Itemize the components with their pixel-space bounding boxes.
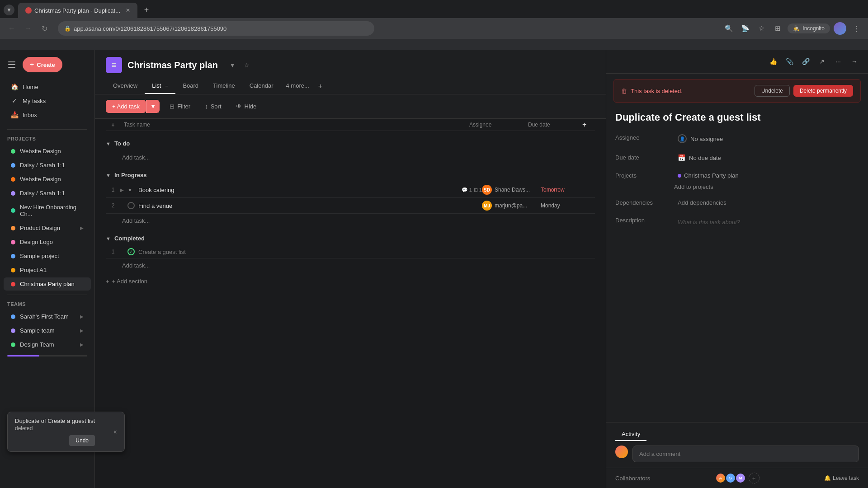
undelete-btn[interactable]: Undelete xyxy=(755,85,790,97)
sidebar-project-website-design[interactable]: Website Design xyxy=(4,145,91,158)
plus-icon: + xyxy=(106,278,109,285)
description-field-value[interactable]: What is this task about? xyxy=(674,215,744,229)
star-btn[interactable]: ☆ xyxy=(241,60,252,70)
external-link-btn[interactable]: ↗ xyxy=(816,55,828,68)
attachment-btn[interactable]: 📎 xyxy=(783,55,796,68)
tab-board[interactable]: Board xyxy=(175,79,206,94)
sidebar-project-new-hire[interactable]: New Hire Onboarding Ch... xyxy=(4,201,91,221)
close-panel-btn[interactable]: → xyxy=(848,55,861,68)
toast-close-btn[interactable]: × xyxy=(113,428,117,436)
sidebar-project-daisy-sarah[interactable]: Daisy / Sarah 1:1 xyxy=(4,159,91,172)
add-task-dropdown-btn[interactable]: ▼ xyxy=(146,100,160,113)
table-row[interactable]: 2 Find a venue MJ marjun@pa... Monday xyxy=(106,198,595,214)
tab-list-btn[interactable]: ▼ xyxy=(4,5,14,15)
title-dropdown-btn[interactable]: ▼ xyxy=(227,60,238,70)
hide-btn[interactable]: 👁 Hide xyxy=(231,100,261,113)
expand-btn[interactable]: ▶ xyxy=(120,188,127,192)
task-list: # Task name Assignee Due date + ▼ To do … xyxy=(95,119,606,488)
sidebar-team-design[interactable]: Design Team ▶ xyxy=(4,338,91,351)
task-detail-title[interactable]: Duplicate of Create a guest list xyxy=(615,112,859,123)
sidebar-btn[interactable]: ⊞ xyxy=(771,22,784,35)
incognito-icon: 🕵 xyxy=(793,25,800,32)
add-task-inline-ip[interactable]: Add task... xyxy=(106,217,595,224)
section-toggle-completed[interactable]: ▼ xyxy=(106,236,111,241)
sidebar-header: + Create xyxy=(0,53,94,76)
comment-box[interactable]: Add a comment xyxy=(632,446,859,462)
undo-btn[interactable]: Undo xyxy=(69,435,95,446)
forward-btn[interactable]: → xyxy=(22,22,34,35)
leave-task-btn[interactable]: 🔔 Leave task xyxy=(824,475,859,481)
filter-label: Filter xyxy=(177,103,190,110)
tab-more[interactable]: 4 more... xyxy=(281,79,315,94)
toast-text: Duplicate of Create a guest list xyxy=(15,418,95,424)
sidebar-team-sample[interactable]: Sample team ▶ xyxy=(4,324,91,337)
sidebar-project-project-a1[interactable]: Project A1 xyxy=(4,263,91,277)
sidebar-item-inbox[interactable]: 📥 Inbox xyxy=(4,108,91,122)
table-row[interactable]: 1 ▶ ✦ Book catering 💬 1 ⊞ 1 SD Shane Daw… xyxy=(106,182,595,198)
add-section-btn[interactable]: + + Add section xyxy=(106,278,595,285)
dependencies-field-value[interactable]: Add dependencies xyxy=(674,197,859,208)
extensions-btn[interactable]: ⋮ xyxy=(850,22,863,35)
copy-link-btn[interactable]: 🔗 xyxy=(799,55,812,68)
col-assignee-header: Assignee xyxy=(469,122,528,128)
section-header-todo[interactable]: ▼ To do xyxy=(106,133,595,150)
task-toolbar: + Add task ▼ ⊟ Filter ↕ Sort 👁 Hide xyxy=(95,94,606,119)
add-tab-btn[interactable]: + xyxy=(315,79,326,94)
right-panel-toolbar: 👍 📎 🔗 ↗ ··· → xyxy=(606,50,868,74)
toast-content: Duplicate of Create a guest list deleted… xyxy=(15,418,95,446)
sidebar-project-design-logo[interactable]: Design Logo xyxy=(4,235,91,249)
project-dot xyxy=(11,208,15,213)
section-header-completed[interactable]: ▼ Completed xyxy=(106,228,595,245)
due-date-field-value[interactable]: 📅 No due date xyxy=(674,152,859,163)
hamburger-btn[interactable] xyxy=(5,58,18,71)
sidebar-project-sample-project[interactable]: Sample project xyxy=(4,249,91,263)
filter-btn[interactable]: ⊟ Filter xyxy=(165,100,195,113)
sidebar-project-christmas-party[interactable]: Christmas Party plan xyxy=(4,277,91,291)
sidebar-project-daisy-sarah-2[interactable]: Daisy / Sarah 1:1 xyxy=(4,187,91,200)
sidebar-team-sarahs-first[interactable]: Sarah's First Team ▶ xyxy=(4,310,91,323)
sidebar-item-home[interactable]: 🏠 Home xyxy=(4,80,91,94)
bookmark-btn[interactable]: ☆ xyxy=(755,22,768,35)
comment-tab-activity[interactable]: Activity xyxy=(615,428,646,441)
sidebar-nav: 🏠 Home ✓ My tasks 📥 Inbox xyxy=(0,76,94,126)
tab-overview[interactable]: Overview xyxy=(106,79,145,94)
section-toggle-todo[interactable]: ▼ xyxy=(106,141,111,146)
sidebar-project-website-design-2[interactable]: Website Design xyxy=(4,173,91,186)
media-router-btn[interactable]: 📡 xyxy=(739,22,751,35)
section-header-in-progress[interactable]: ▼ In Progress xyxy=(106,164,595,182)
collaborators-label: Collaborators xyxy=(615,475,650,482)
tab-close-btn[interactable]: ✕ xyxy=(126,7,130,14)
team-label: Sarah's First Team xyxy=(20,313,75,320)
profile-avatar[interactable] xyxy=(834,22,846,35)
thumbs-up-btn[interactable]: 👍 xyxy=(767,55,779,68)
collaborators-avatars: A S M + xyxy=(715,473,760,483)
add-to-projects-btn[interactable]: Add to projects xyxy=(674,183,859,190)
add-task-inline-todo[interactable]: Add task... xyxy=(106,154,595,161)
new-tab-btn[interactable]: + xyxy=(140,4,153,16)
incognito-btn[interactable]: 🕵 Incognito xyxy=(788,23,830,33)
add-task-btn[interactable]: + Add task xyxy=(106,100,146,113)
add-dependencies-btn[interactable]: Add dependencies xyxy=(678,199,726,206)
sort-btn[interactable]: ↕ Sort xyxy=(200,100,226,113)
sidebar-project-product-design[interactable]: Product Design ▶ xyxy=(4,221,91,235)
delete-permanently-btn[interactable]: Delete permanently xyxy=(793,85,853,97)
table-row[interactable]: 1 ✓ Create a guest list xyxy=(106,245,595,258)
back-btn[interactable]: ← xyxy=(5,22,18,35)
assignee-field-value[interactable]: 👤 No assignee xyxy=(674,132,859,145)
active-tab[interactable]: Christmas Party plan - Duplicat... ✕ xyxy=(18,3,137,18)
tab-calendar[interactable]: Calendar xyxy=(242,79,281,94)
create-btn[interactable]: + Create xyxy=(23,57,62,72)
sidebar-item-my-tasks[interactable]: ✓ My tasks xyxy=(4,94,91,108)
lock-icon: 🔒 xyxy=(64,25,71,32)
projects-field-value[interactable]: Christmas Party plan xyxy=(674,170,859,181)
tab-list[interactable]: List ··· xyxy=(145,79,175,94)
projects-field-label: Projects xyxy=(615,170,674,179)
search-btn[interactable]: 🔍 xyxy=(722,22,735,35)
more-btn[interactable]: ··· xyxy=(832,55,844,68)
tab-timeline[interactable]: Timeline xyxy=(206,79,242,94)
add-task-inline-c[interactable]: Add task... xyxy=(106,262,595,269)
add-collaborator-btn[interactable]: + xyxy=(749,473,760,483)
address-bar[interactable]: 🔒 app.asana.com/0/1206182861755067/12061… xyxy=(58,21,374,36)
section-toggle-in-progress[interactable]: ▼ xyxy=(106,173,111,178)
reload-btn[interactable]: ↻ xyxy=(38,22,51,35)
